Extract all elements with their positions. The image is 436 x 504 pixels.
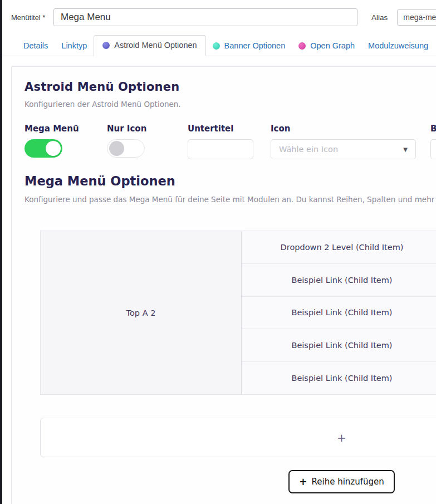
add-module-dropzone[interactable]: +: [40, 418, 436, 457]
plus-icon: +: [299, 477, 307, 487]
mega-menu-builder: Top A 2 Dropdown 2 Level (Child Item) Be…: [40, 231, 436, 493]
alias-label: Alias: [371, 13, 388, 22]
tab-modulzuweisung[interactable]: Modulzuweisung: [361, 36, 435, 56]
parent-item-cell[interactable]: Top A 2: [41, 231, 242, 394]
banner-tab-dot-icon: [213, 42, 220, 50]
tab-linktyp[interactable]: Linktyp: [55, 36, 94, 56]
tab-astroid-menu-optionen[interactable]: Astroid Menü Optionen: [94, 35, 205, 56]
tab-details[interactable]: Details: [17, 36, 55, 56]
child-item-row[interactable]: Beispiel Link (Child Item): [242, 297, 436, 330]
builder-actions: + Reihe hinzufügen: [40, 470, 436, 493]
untertitel-input[interactable]: [188, 139, 253, 159]
child-item-label: Dropdown 2 Level (Child Item): [281, 243, 404, 252]
icon-select-placeholder: Wähle ein Icon: [279, 145, 338, 154]
astroid-options-card: Astroid Menü Optionen Konfigurieren der …: [11, 66, 436, 504]
tab-banner-optionen[interactable]: Banner Optionen: [206, 36, 292, 56]
child-item-row[interactable]: Dropdown 2 Level (Child Item): [242, 231, 436, 264]
toggle-knob: [46, 141, 61, 156]
mega-menu-toggle[interactable]: [25, 139, 62, 158]
menu-structure-table: Top A 2 Dropdown 2 Level (Child Item) Be…: [40, 231, 436, 395]
tab-banner-label: Banner Optionen: [224, 41, 286, 50]
child-item-row[interactable]: Beispiel Link (Child Item): [242, 329, 436, 362]
option-fields-row: Mega Menü Nur Icon Untertitel: [25, 124, 436, 159]
child-item-label: Beispiel Link (Child Item): [291, 341, 392, 350]
tab-details-label: Details: [23, 41, 48, 50]
panel-title: Astroid Menü Optionen: [25, 80, 436, 94]
icon-label: Icon: [271, 124, 430, 134]
add-row-button[interactable]: + Reihe hinzufügen: [288, 470, 395, 493]
tab-modulzuweisung-label: Modulzuweisung: [368, 41, 428, 50]
menu-title-label: Menütitel *: [11, 13, 53, 22]
tab-astroid-label: Astroid Menü Optionen: [114, 41, 197, 50]
nur-icon-toggle-label: Nur Icon: [107, 124, 188, 134]
field-mega-menu: Mega Menü: [25, 124, 107, 159]
badge-select[interactable]: Kein: [430, 139, 436, 159]
field-badge: Badge Kein: [430, 124, 436, 159]
tab-linktyp-label: Linktyp: [61, 41, 87, 50]
field-untertitel: Untertitel: [188, 124, 271, 159]
child-items-column: Dropdown 2 Level (Child Item) Beispiel L…: [242, 231, 436, 394]
chevron-down-icon: ▼: [403, 146, 408, 153]
edit-tabs: Details Linktyp Astroid Menü Optionen Ba…: [2, 35, 436, 56]
child-item-label: Beispiel Link (Child Item): [291, 308, 392, 317]
icon-select[interactable]: Wähle ein Icon ▼: [271, 139, 416, 159]
mega-menu-toggle-label: Mega Menü: [25, 124, 107, 134]
menu-title-input[interactable]: [53, 8, 357, 26]
astroid-tab-dot-icon: [102, 42, 110, 49]
open-graph-tab-dot-icon: [298, 42, 306, 50]
plus-icon: +: [337, 431, 346, 444]
mega-menu-options-subtitle: Konfiguriere und passe das Mega Menü für…: [25, 195, 436, 204]
menu-item-edit-page: Menütitel * Alias Details Linktyp Astroi…: [2, 0, 436, 504]
child-item-label: Beispiel Link (Child Item): [291, 276, 392, 285]
badge-label: Badge: [430, 124, 436, 134]
tab-open-graph-label: Open Graph: [310, 41, 355, 50]
field-icon: Icon Wähle ein Icon ▼: [271, 124, 430, 159]
alias-input[interactable]: [397, 9, 436, 26]
untertitel-label: Untertitel: [188, 124, 271, 134]
child-item-row[interactable]: Beispiel Link (Child Item): [242, 264, 436, 297]
field-nur-icon: Nur Icon: [107, 124, 188, 159]
mega-menu-options-title: Mega Menü Optionen: [25, 174, 436, 188]
panel-subtitle: Konfigurieren der Astroid Menü Optionen.: [25, 100, 436, 109]
child-item-row[interactable]: Beispiel Link (Child Item): [242, 362, 436, 394]
child-item-label: Beispiel Link (Child Item): [291, 374, 392, 383]
tab-open-graph[interactable]: Open Graph: [292, 36, 361, 56]
toggle-knob: [109, 141, 124, 156]
add-row-button-label: Reihe hinzufügen: [311, 477, 384, 487]
nur-icon-toggle[interactable]: [107, 139, 145, 158]
title-alias-bar: Menütitel * Alias: [2, 0, 436, 26]
parent-item-label: Top A 2: [126, 309, 156, 317]
